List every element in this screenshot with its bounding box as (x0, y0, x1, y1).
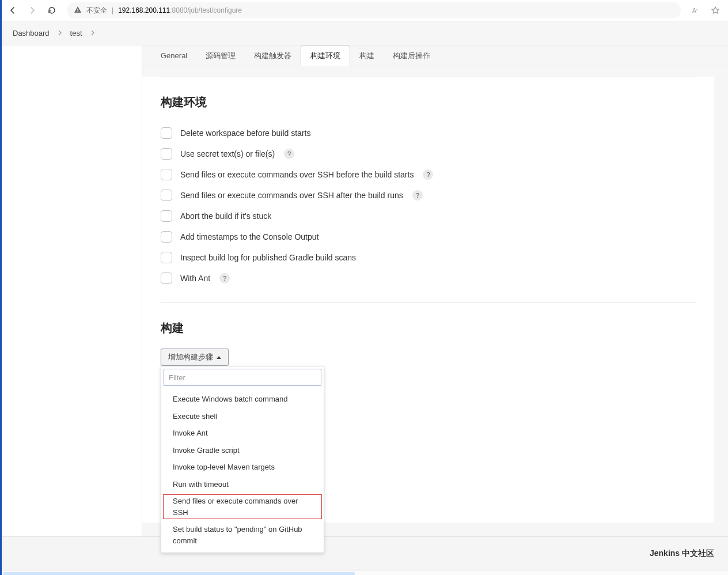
checkbox-label: With Ant (180, 274, 210, 283)
checkbox-label: Add timestamps to the Console Output (180, 232, 318, 241)
menu-item[interactable]: Run with timeout (161, 476, 324, 493)
url-text: 192.168.200.111:8080/job/test/configure (118, 6, 242, 14)
tab-general[interactable]: General (151, 46, 196, 66)
checkbox[interactable] (161, 169, 172, 180)
help-icon[interactable]: ? (423, 169, 433, 180)
checkbox[interactable] (161, 273, 172, 284)
menu-item[interactable]: Invoke Gradle script (161, 442, 324, 459)
chevron-right-icon (58, 29, 62, 37)
build-title: 构建 (161, 320, 696, 336)
checkbox-label: Delete workspace before build starts (180, 128, 310, 138)
footer: Jenkins 中文社区 (0, 536, 728, 570)
breadcrumb-item-dashboard[interactable]: Dashboard (13, 29, 50, 37)
checkbox[interactable] (161, 127, 172, 139)
help-icon[interactable]: ? (412, 190, 423, 201)
checkbox[interactable] (161, 148, 172, 160)
menu-item[interactable]: Execute Windows batch command (161, 391, 324, 408)
menu-item[interactable]: Invoke top-level Maven targets (161, 459, 324, 476)
refresh-button[interactable] (44, 2, 60, 18)
tab-triggers[interactable]: 构建触发器 (245, 46, 301, 66)
checkbox[interactable] (161, 252, 172, 263)
back-button[interactable] (5, 2, 21, 18)
svg-text:»: » (696, 7, 698, 11)
checkbox-label: Send files or execute commands over SSH … (180, 170, 414, 179)
build-env-title: 构建环境 (161, 94, 696, 110)
horizontal-scrollbar[interactable] (0, 570, 728, 575)
tab-build-env[interactable]: 构建环境 (301, 46, 350, 66)
url-bar[interactable]: 不安全 | 192.168.200.111:8080/job/test/conf… (67, 2, 681, 18)
menu-item[interactable]: Invoke Ant (161, 425, 324, 442)
menu-item[interactable]: Set build status to "pending" on GitHub … (161, 521, 324, 549)
config-tabs: General 源码管理 构建触发器 构建环境 构建 构建后操作 (142, 46, 728, 66)
tab-scm[interactable]: 源码管理 (196, 46, 245, 66)
help-icon[interactable]: ? (219, 273, 230, 283)
svg-rect-0 (77, 9, 78, 11)
checkbox-label: Send files or execute commands over SSH … (180, 191, 403, 200)
tab-build[interactable]: 构建 (350, 46, 384, 66)
favorite-icon[interactable] (707, 2, 723, 18)
menu-item[interactable]: Send files or execute commands over SSH (162, 493, 323, 520)
breadcrumb: Dashboard test (0, 21, 728, 46)
checkbox-label: Abort the build if it's stuck (180, 211, 271, 221)
svg-rect-1 (77, 11, 78, 12)
checkbox[interactable] (161, 210, 172, 222)
sidebar (0, 46, 142, 536)
checkbox-label: Use secret text(s) or file(s) (180, 149, 275, 158)
read-aloud-icon[interactable]: A» (688, 2, 704, 18)
checkbox[interactable] (161, 231, 172, 243)
build-step-dropdown: Execute Windows batch commandExecute she… (161, 366, 324, 553)
warning-icon (74, 6, 82, 16)
menu-item[interactable]: Execute shell (161, 408, 324, 425)
build-step-menu: Execute Windows batch commandExecute she… (161, 387, 324, 553)
forward-button[interactable] (24, 2, 40, 18)
tab-post-build[interactable]: 构建后操作 (384, 46, 439, 66)
help-icon[interactable]: ? (284, 149, 294, 159)
security-label: 不安全 (86, 6, 107, 16)
checkbox[interactable] (161, 190, 172, 201)
checkbox-label: Inspect build log for published Gradle b… (180, 253, 356, 262)
chevron-right-icon (90, 29, 95, 37)
add-build-step-button[interactable]: 增加构建步骤 (161, 349, 229, 366)
filter-input[interactable] (164, 369, 321, 386)
breadcrumb-item-test[interactable]: test (70, 29, 82, 37)
chevron-up-icon (217, 356, 221, 359)
